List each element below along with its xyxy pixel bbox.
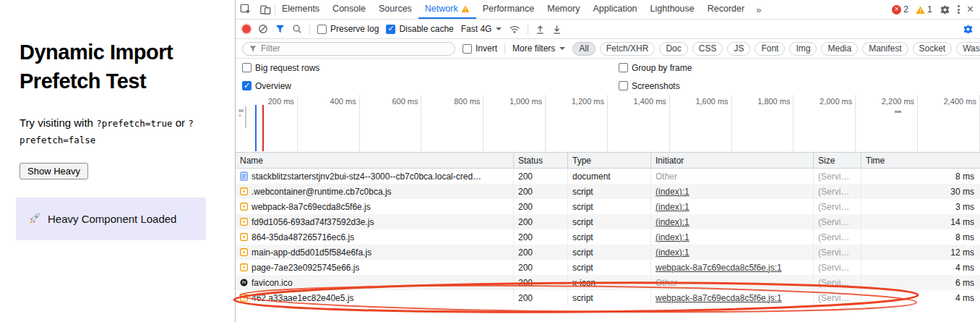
record-network-log-button[interactable] [242, 25, 251, 33]
column-header-name[interactable]: Name [236, 153, 514, 168]
tab-elements[interactable]: Elements [275, 0, 326, 19]
big-request-rows-checkbox[interactable]: Big request rows [242, 63, 319, 73]
request-type-chips: All Fetch/XHR Doc CSS JS Font Img Media … [572, 42, 980, 56]
chip-fetch-xhr[interactable]: Fetch/XHR [600, 42, 656, 56]
initiator-link[interactable]: (index):1 [656, 202, 689, 212]
tab-memory[interactable]: Memory [541, 0, 586, 19]
timeline-tick: 800 ms [421, 95, 483, 152]
chip-img[interactable]: Img [789, 42, 817, 56]
initiator-cell: Other [651, 169, 814, 184]
table-row[interactable]: webpack-8a7c69ecda8c5f6e.js 200 script (… [236, 199, 980, 214]
invert-label: Invert [476, 43, 497, 54]
network-settings-gear-icon[interactable] [963, 24, 973, 35]
column-header-initiator[interactable]: Initiator [651, 153, 814, 168]
screenshots-checkbox[interactable]: Screenshots [619, 81, 680, 91]
filter-input[interactable] [261, 43, 448, 54]
initiator-link[interactable]: (index):1 [656, 247, 689, 258]
group-by-frame-input[interactable] [619, 63, 628, 72]
show-heavy-button[interactable]: Show Heavy [20, 163, 88, 179]
preserve-log-input[interactable] [317, 25, 327, 34]
table-row[interactable]: 864-35da487265716ec6.js 200 script (inde… [236, 229, 980, 245]
document-file-icon [240, 171, 248, 181]
more-tabs-button[interactable]: » [751, 0, 766, 19]
tab-sources[interactable]: Sources [372, 0, 418, 19]
timeline-tick: 1,800 ms [732, 95, 794, 152]
tab-label: Lighthouse [650, 4, 695, 14]
filter-toggle-icon[interactable] [275, 25, 285, 33]
table-row[interactable]: stackblitzstarterstjnv2bui-stz4--3000--c… [236, 169, 980, 184]
type-cell: script [568, 184, 651, 199]
chip-media[interactable]: Media [821, 42, 858, 56]
group-by-frame-checkbox[interactable]: Group by frame [619, 63, 692, 73]
initiator-link[interactable]: (index):1 [656, 187, 689, 197]
preserve-log-checkbox[interactable]: Preserve log [317, 24, 379, 34]
more-filters-dropdown[interactable]: More filters [512, 43, 565, 54]
size-cell: (Servi… [814, 290, 861, 305]
status-cell: 200 [514, 245, 568, 260]
error-count-badge[interactable]: 2 [892, 4, 908, 14]
tab-application[interactable]: Application [586, 0, 643, 19]
chip-socket[interactable]: Socket [913, 42, 953, 56]
initiator-link[interactable]: (index):1 [656, 217, 689, 227]
inspect-element-icon[interactable] [236, 0, 255, 19]
chip-manifest[interactable]: Manifest [862, 42, 908, 56]
request-name-cell: stackblitzstarterstjnv2bui-stz4--3000--c… [236, 169, 514, 184]
table-row[interactable]: page-7ae23e0925745e66.js 200 script webp… [236, 260, 980, 275]
chip-wasm[interactable]: Wasm [956, 42, 980, 56]
export-har-icon[interactable] [552, 25, 562, 34]
column-header-time[interactable]: Time [861, 153, 980, 168]
initiator-cell: webpack-8a7c69ecda8c5f6e.js:1 [651, 290, 814, 305]
screen: Dynamic Import Prefetch Test Try visitin… [0, 0, 980, 322]
request-name: .webcontainer@runtime.cb7c0bca.js [252, 187, 392, 197]
clear-network-log-icon[interactable] [258, 24, 268, 34]
table-row[interactable]: main-app-dd5d01d5f584e6fa.js 200 script … [236, 245, 980, 260]
size-cell: (Servi… [814, 214, 861, 229]
status-cell: 200 [514, 184, 568, 199]
table-row[interactable]: favicon.ico 200 x-icon Other (Servi… 6 m… [236, 275, 980, 290]
disable-cache-input[interactable] [386, 25, 395, 34]
chip-doc[interactable]: Doc [659, 42, 687, 56]
tab-performance[interactable]: Performance [476, 0, 541, 19]
tab-console[interactable]: Console [326, 0, 372, 19]
column-header-status[interactable]: Status [514, 153, 568, 168]
overview-input[interactable] [242, 81, 252, 90]
column-header-size[interactable]: Size [814, 153, 861, 168]
warning-count-badge[interactable]: 1 [916, 4, 932, 14]
size-cell: (Servi… [814, 184, 861, 199]
kebab-menu-icon[interactable] [958, 4, 960, 15]
screenshots-input[interactable] [619, 81, 628, 90]
type-cell: document [568, 169, 651, 184]
devtools-panel: Elements Console Sources Network Perform… [235, 0, 980, 322]
invert-checkbox[interactable]: Invert [463, 43, 497, 54]
initiator-link[interactable]: (index):1 [656, 232, 689, 242]
disable-cache-checkbox[interactable]: Disable cache [386, 24, 453, 34]
timeline-tick: 400 ms [298, 95, 360, 152]
chip-css[interactable]: CSS [692, 42, 723, 56]
filter-input-box[interactable] [242, 42, 455, 56]
overview-checkbox[interactable]: Overview [242, 81, 291, 91]
throttling-dropdown[interactable]: Fast 4G [461, 24, 502, 34]
table-row-highlighted[interactable]: 462.a33aae1ec82e40e5.js 200 script webpa… [236, 290, 980, 305]
big-request-rows-input[interactable] [242, 63, 252, 72]
chip-js[interactable]: JS [727, 42, 750, 56]
type-cell: script [568, 214, 651, 229]
table-row[interactable]: .webcontainer@runtime.cb7c0bca.js 200 sc… [236, 184, 980, 199]
chip-all[interactable]: All [572, 42, 595, 56]
column-header-type[interactable]: Type [568, 153, 651, 168]
network-conditions-icon[interactable] [509, 25, 520, 34]
settings-gear-icon[interactable] [940, 4, 950, 15]
script-file-icon [240, 294, 248, 302]
device-toolbar-icon[interactable] [255, 0, 275, 19]
invert-input[interactable] [463, 44, 472, 54]
tab-recorder[interactable]: Recorder [701, 0, 751, 19]
initiator-link[interactable]: webpack-8a7c69ecda8c5f6e.js:1 [656, 263, 782, 273]
network-overview-timeline[interactable]: 200 ms 400 ms 600 ms 800 ms 1,000 ms 1,2… [236, 95, 980, 153]
chip-font[interactable]: Font [755, 42, 785, 56]
tab-lighthouse[interactable]: Lighthouse [644, 0, 701, 19]
search-icon[interactable] [292, 24, 302, 34]
initiator-link[interactable]: webpack-8a7c69ecda8c5f6e.js:1 [656, 293, 782, 303]
close-devtools-icon[interactable]: × [967, 4, 973, 15]
tab-network[interactable]: Network [418, 0, 476, 19]
import-har-icon[interactable] [536, 25, 545, 34]
table-row[interactable]: fd9d1056-693ad74f37592d3e.js 200 script … [236, 214, 980, 229]
